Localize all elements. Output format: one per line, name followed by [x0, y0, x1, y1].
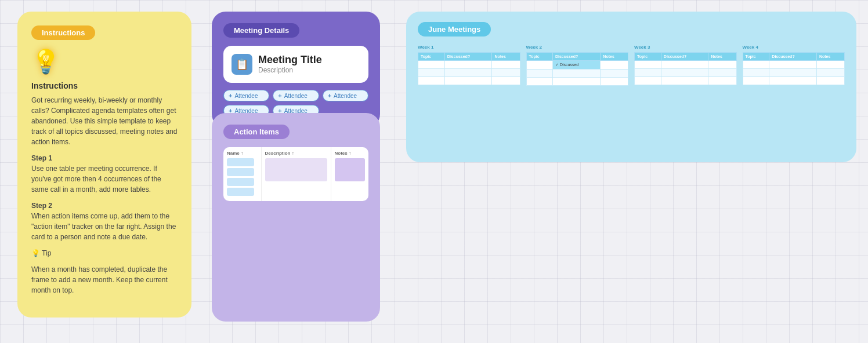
week4-col-discussed: Discussed? — [769, 53, 817, 61]
action-col-name: Name ↑ — [223, 147, 262, 201]
action-row-4 — [227, 188, 254, 196]
table-row — [418, 69, 520, 77]
table-row: ✓ Discussed — [526, 61, 628, 70]
action-row-2 — [227, 168, 254, 176]
action-col-name-header: Name ↑ — [227, 151, 258, 156]
table-row — [635, 69, 737, 77]
step2: Step 2 When action items come up, add th… — [31, 200, 178, 242]
action-row-desc-1 — [265, 158, 327, 181]
week-3-section: Week 3 Topic Discussed? Notes — [634, 45, 737, 86]
meeting-details-badge: Meeting Details — [223, 23, 299, 38]
week1-col-topic: Topic — [418, 53, 445, 61]
attendee-chip-1[interactable]: Attendee — [223, 90, 269, 101]
meeting-text: Meeting Title Description — [258, 54, 322, 74]
table-row — [635, 61, 737, 69]
week4-col-notes: Notes — [816, 53, 844, 61]
step1-label: Step 1 — [31, 154, 52, 162]
week3-col-discussed: Discussed? — [661, 53, 708, 61]
action-row-1 — [227, 158, 254, 166]
meeting-title: Meeting Title — [258, 54, 322, 66]
action-col-notes: Notes ↑ — [331, 147, 369, 201]
step2-body: When action items come up, add them to t… — [31, 212, 176, 241]
tip: 💡 Tip — [31, 248, 178, 258]
table-row — [743, 61, 845, 69]
week1-col-discussed: Discussed? — [444, 53, 492, 61]
instructions-panel: Instructions 💡 Instructions Got recurrin… — [17, 12, 191, 318]
attendee-chip-3[interactable]: Attendee — [323, 90, 368, 101]
action-items-badge: Action Items — [223, 125, 290, 139]
table-row — [743, 77, 845, 85]
table-row — [743, 69, 845, 77]
week-2-section: Week 2 Topic Discussed? Notes ✓ Discusse… — [526, 45, 629, 86]
step1: Step 1 Use one table per meeting occurre… — [31, 153, 178, 195]
weeks-grid: Week 1 Topic Discussed? Notes Week 2 — [418, 45, 845, 86]
week-1-label: Week 1 — [418, 45, 520, 50]
clipboard-icon: 📋 — [232, 54, 252, 75]
june-meetings-panel: June Meetings Week 1 Topic Discussed? No… — [406, 12, 856, 162]
step1-body: Use one table per meeting occurrence. If… — [31, 165, 161, 194]
week3-col-notes: Notes — [708, 53, 736, 61]
action-col-desc: Description ↑ — [262, 147, 331, 201]
instructions-body: Got recurring weekly, bi-weekly or month… — [31, 95, 178, 295]
tip-body: When a month has completed, duplicate th… — [31, 264, 178, 295]
instructions-title: Instructions — [31, 81, 178, 90]
action-row-notes-1 — [335, 158, 366, 181]
meeting-description: Description — [258, 66, 322, 74]
week1-col-notes: Notes — [492, 53, 520, 61]
week-2-table: Topic Discussed? Notes ✓ Discussed — [526, 52, 629, 86]
week-4-table: Topic Discussed? Notes — [743, 52, 845, 85]
table-row — [418, 77, 520, 85]
meeting-card: 📋 Meeting Title Description — [223, 46, 368, 83]
action-row-3 — [227, 178, 254, 186]
week2-col-discussed: Discussed? — [552, 53, 600, 61]
table-row — [526, 78, 628, 86]
step2-label: Step 2 — [31, 202, 52, 210]
week-3-table: Topic Discussed? Notes — [634, 52, 737, 85]
week2-col-topic: Topic — [526, 53, 552, 61]
action-col-notes-header: Notes ↑ — [335, 151, 366, 156]
action-items-table: Name ↑ Description ↑ Notes ↑ — [223, 147, 368, 201]
table-row — [418, 61, 520, 69]
lightbulb-icon: 💡 — [31, 48, 178, 75]
week-1-section: Week 1 Topic Discussed? Notes — [418, 45, 520, 86]
week2-col-notes: Notes — [601, 53, 628, 61]
week4-col-topic: Topic — [743, 53, 769, 61]
table-row — [635, 77, 737, 85]
tip-label: 💡 Tip — [31, 248, 51, 258]
week-4-section: Week 4 Topic Discussed? Notes — [743, 45, 845, 86]
instructions-intro: Got recurring weekly, bi-weekly or month… — [31, 95, 178, 147]
week-1-table: Topic Discussed? Notes — [418, 52, 520, 85]
attendee-chip-2[interactable]: Attendee — [273, 90, 319, 101]
action-items-panel: Action Items Name ↑ Description ↑ Not — [212, 113, 380, 322]
week-2-label: Week 2 — [526, 45, 629, 50]
meeting-details-panel: Meeting Details 📋 Meeting Title Descript… — [212, 12, 380, 128]
june-badge: June Meetings — [418, 22, 491, 37]
week-3-label: Week 3 — [634, 45, 737, 50]
table-row — [526, 70, 628, 78]
action-col-desc-header: Description ↑ — [265, 151, 327, 156]
action-table-body: Name ↑ Description ↑ Notes ↑ — [223, 147, 368, 201]
instructions-badge: Instructions — [31, 25, 95, 40]
week-4-label: Week 4 — [743, 45, 845, 50]
week3-col-topic: Topic — [635, 53, 661, 61]
